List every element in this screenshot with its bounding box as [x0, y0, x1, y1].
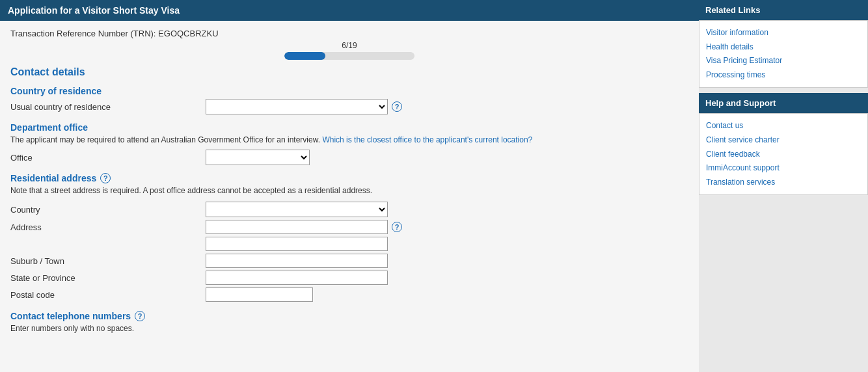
residential-note: Note that a street address is required. … [10, 186, 688, 195]
sidebar: Related Links Visitor information Health… [699, 0, 868, 372]
address-country-select[interactable] [206, 202, 388, 217]
contact-telephone-help-icon[interactable]: ? [135, 311, 145, 321]
closest-office-link[interactable]: Which is the closest office to the appli… [322, 135, 532, 144]
suburb-label: Suburb / Town [10, 256, 206, 266]
sidebar-link-processing[interactable]: Processing times [706, 68, 861, 83]
progress-section: 6/19 [10, 41, 688, 60]
suburb-wrap [206, 254, 388, 268]
postal-label: Postal code [10, 290, 206, 300]
state-label: State or Province [10, 273, 206, 283]
postal-input[interactable] [206, 287, 313, 302]
trn-value: EGOQCBRZKU [158, 29, 218, 38]
help-support-content: Contact us Client service charter Client… [699, 113, 868, 195]
suburb-row: Suburb / Town [10, 254, 688, 268]
contact-telephone-title: Contact telephone numbers [10, 311, 131, 321]
sidebar-link-immiaccount[interactable]: ImmiAccount support [706, 161, 861, 176]
country-residence-label: Usual country of residence [10, 102, 206, 112]
suburb-input[interactable] [206, 254, 388, 268]
country-residence-select[interactable] [206, 99, 388, 114]
progress-label: 6/19 [342, 41, 357, 50]
header-title: Application for a Visitor Short Stay Vis… [8, 5, 180, 16]
address-input-wrap: ? [206, 220, 402, 234]
address-line2-row [10, 237, 688, 251]
department-office-description: The applicant may be required to attend … [10, 135, 688, 144]
address-label: Address [10, 222, 206, 232]
residential-address-title: Residential address [10, 173, 96, 183]
sidebar-link-health[interactable]: Health details [706, 40, 861, 55]
residential-address-help-icon[interactable]: ? [100, 173, 111, 183]
address-country-label: Country [10, 205, 206, 215]
office-input-wrap [206, 150, 310, 165]
address-input-line1[interactable] [206, 220, 388, 234]
page-header: Application for a Visitor Short Stay Vis… [0, 0, 699, 21]
address-help-icon[interactable]: ? [392, 222, 402, 232]
address-line2-wrap [206, 237, 388, 251]
country-address-row: Country [10, 202, 688, 217]
trn-line: Transaction Reference Number (TRN): EGOQ… [10, 29, 688, 38]
related-links-header: Related Links [699, 0, 868, 20]
sidebar-link-translation[interactable]: Translation services [706, 176, 861, 190]
sidebar-link-visa-pricing[interactable]: Visa Pricing Estimator [706, 54, 861, 68]
office-row: Office [10, 150, 688, 165]
department-office-title: Department office [10, 122, 688, 133]
address-row: Address ? [10, 220, 688, 234]
sidebar-link-visitor-info[interactable]: Visitor information [706, 26, 861, 40]
state-wrap [206, 271, 388, 285]
state-input[interactable] [206, 271, 388, 285]
state-row: State or Province [10, 271, 688, 285]
sidebar-link-client-feedback[interactable]: Client feedback [706, 148, 861, 162]
progress-bar-outer [284, 52, 414, 60]
sidebar-link-contact-us[interactable]: Contact us [706, 119, 861, 133]
related-links-content: Visitor information Health details Visa … [699, 20, 868, 88]
country-residence-title: Country of residence [10, 86, 688, 96]
contact-telephone-note: Enter numbers only with no spaces. [10, 324, 688, 333]
country-residence-help-icon[interactable]: ? [392, 101, 402, 112]
office-label: Office [10, 153, 206, 163]
progress-bar-inner [284, 52, 325, 60]
postal-wrap [206, 287, 313, 302]
address-country-wrap [206, 202, 388, 217]
country-residence-row: Usual country of residence ? [10, 99, 688, 114]
dept-desc-text: The applicant may be required to attend … [10, 135, 320, 144]
sidebar-link-client-charter[interactable]: Client service charter [706, 133, 861, 148]
postal-row: Postal code [10, 287, 688, 302]
address-input-line2[interactable] [206, 237, 388, 251]
office-select[interactable] [206, 150, 310, 165]
page-title: Contact details [10, 66, 688, 78]
help-support-header: Help and Support [699, 93, 868, 113]
country-residence-input-wrap: ? [206, 99, 402, 114]
trn-label: Transaction Reference Number (TRN): [10, 29, 156, 38]
